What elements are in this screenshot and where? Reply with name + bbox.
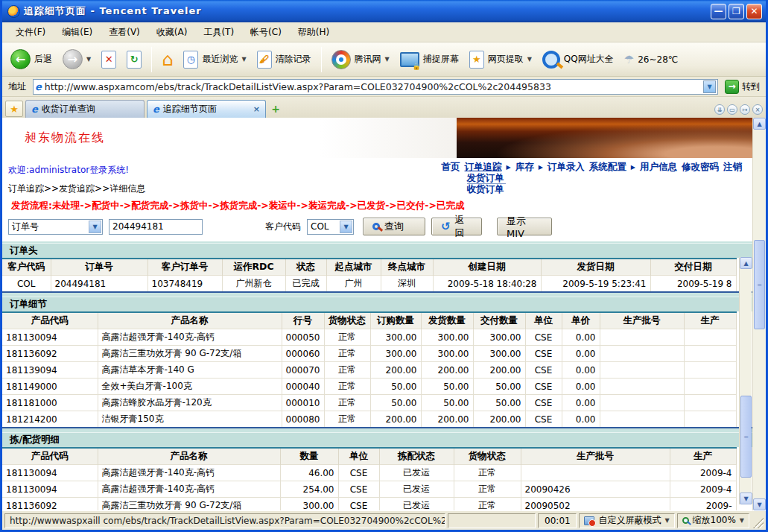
nav-inventory[interactable]: 库存	[515, 161, 534, 174]
customer-code-select[interactable]: COL ▼	[307, 219, 354, 235]
nav-change-password[interactable]: 修改密码	[682, 161, 719, 174]
menu-account[interactable]: 帐号(C)	[243, 24, 289, 41]
recent-dropdown-icon[interactable]: ▼	[241, 56, 246, 63]
data-grid: 产品代码产品名称数量单位拣配状态货物状态生产批号生产181130094高露洁超强…	[2, 447, 737, 510]
menu-help[interactable]: 帮助(H)	[291, 24, 337, 41]
qq-portal-button[interactable]: 腾讯网 ▼	[328, 48, 393, 71]
tab-close-icon[interactable]: ×	[253, 104, 260, 114]
query-button[interactable]: 查询	[363, 218, 425, 235]
tab-receive-order-query[interactable]: e 收货订单查询	[25, 100, 145, 118]
table-row: 181136092高露洁三重功效牙膏 90 G-72支/箱000060正常300…	[2, 346, 736, 362]
table-cell: 300.00	[370, 346, 421, 362]
nav-system-config[interactable]: 系统配置	[589, 161, 626, 174]
scroll-up-icon[interactable]: ▲	[740, 257, 752, 269]
scroll-up-icon[interactable]: ▲	[753, 118, 766, 130]
nav-logout[interactable]: 注销	[723, 161, 742, 174]
nav-home[interactable]: 首页	[442, 161, 460, 174]
table-cell: 高露洁超强牙膏-140克-高钙	[98, 465, 280, 481]
maximize-button[interactable]: ❐	[729, 4, 744, 19]
nav-submenu: 发货订单 收货订单	[467, 173, 506, 194]
clear-history-button[interactable]: 🖌 清除记录	[253, 49, 315, 70]
tab-track-detail[interactable]: e 追踪细节页面 ×	[147, 100, 266, 118]
menu-edit[interactable]: 编辑(E)	[54, 24, 100, 41]
nav-user-info[interactable]: 用户信息	[640, 161, 677, 174]
close-pane-button[interactable]: ×	[752, 104, 763, 115]
tabbar-controls: ⇊ ▭ ↦ ×	[714, 104, 763, 115]
column-header: 交付数量	[473, 312, 525, 329]
scroll-down-icon[interactable]: ▼	[740, 493, 752, 504]
customer-code-label: 客户代码	[265, 221, 301, 233]
select-dropdown-icon[interactable]: ▼	[89, 221, 101, 233]
go-button[interactable]: → 转到	[722, 80, 763, 94]
table-cell: CSE	[338, 465, 379, 481]
capture-screen-button[interactable]: 捕捉屏幕	[396, 51, 463, 69]
table-cell: 正常	[454, 465, 521, 481]
resize-grip[interactable]	[753, 518, 764, 528]
table-cell: 000010	[282, 395, 324, 411]
table-cell: 广州新仓	[222, 276, 285, 292]
scroll-thumb[interactable]: ≡	[754, 240, 765, 329]
table-cell: 正常	[324, 362, 370, 379]
select-dropdown-icon[interactable]: ▼	[340, 221, 352, 233]
table-cell: 2009-5-19 5:23:41	[541, 276, 650, 292]
scroll-thumb[interactable]: ≡	[740, 396, 752, 478]
order-number-input[interactable]	[109, 219, 203, 235]
back-button[interactable]: ← 后退	[7, 48, 56, 71]
nav-order-entry[interactable]: 订单录入	[548, 161, 585, 174]
restore-pane-button[interactable]: ▭	[727, 104, 737, 115]
web-extract-button[interactable]: ★ 网页提取 ▼	[466, 49, 536, 70]
favorites-button[interactable]: ★	[5, 101, 23, 117]
table-cell: 50.00	[473, 379, 525, 395]
table-row: COL204494181103748419广州新仓已完成广州深圳2009-5-1…	[2, 276, 736, 292]
scroll-track[interactable]: ≡	[753, 130, 766, 498]
stop-button[interactable]: ✕	[98, 49, 120, 70]
menu-file[interactable]: 文件(F)	[8, 24, 53, 41]
refresh-button[interactable]: ↻	[123, 49, 145, 70]
table-cell	[684, 395, 736, 411]
browser-scrollbar[interactable]: ▲ ≡ ▼	[752, 118, 766, 510]
scroll-down-icon[interactable]: ▼	[753, 498, 766, 510]
address-dropdown-icon[interactable]: ▼	[703, 80, 716, 93]
portal-dropdown-icon[interactable]: ▼	[385, 56, 390, 63]
table-cell	[600, 411, 684, 428]
page-scrollbar[interactable]: ▲ ≡ ▼	[739, 257, 752, 504]
table-cell: 300.00	[473, 329, 525, 346]
close-button[interactable]: ✕	[746, 4, 762, 19]
browser-content: 昶东物流在线 欢迎:administrator登录系统! 首页 订单追踪 ▶ 库…	[2, 118, 766, 510]
table-cell: 高露洁草本牙膏-140 G	[98, 362, 282, 379]
table-cell	[600, 395, 684, 411]
address-input[interactable]: e http://www.aspxamcom/ebs/track/TrackDe…	[33, 79, 718, 95]
extract-dropdown-icon[interactable]: ▼	[527, 56, 532, 63]
return-button[interactable]: ↺ 返回	[431, 218, 482, 235]
subnav-receive-order[interactable]: 收货订单	[467, 184, 506, 194]
block-mode-control[interactable]: 自定义屏蔽模式 ▼	[579, 513, 674, 528]
scroll-track[interactable]: ≡	[740, 269, 752, 493]
menu-tools[interactable]: 工具(T)	[196, 24, 241, 41]
table-cell: CSE	[525, 411, 562, 428]
minimize-button[interactable]: —	[711, 4, 726, 19]
tab-list-button[interactable]: ⇊	[714, 104, 725, 115]
qq-nav-button[interactable]: QQ网址大全	[539, 49, 618, 70]
pin-button[interactable]: ↦	[740, 104, 750, 115]
menu-view[interactable]: 查看(V)	[101, 24, 147, 41]
site-banner: 昶东物流在线	[2, 118, 752, 158]
table-cell: 0.00	[562, 379, 600, 395]
table-cell	[600, 362, 684, 379]
show-miv-button[interactable]: 显示 MIV	[497, 218, 552, 235]
recent-history-button[interactable]: ◷ 最近浏览 ▼	[180, 49, 250, 70]
table-cell: 300.00	[473, 346, 525, 362]
weather-widget[interactable]: ☂ 26~28℃	[621, 51, 682, 68]
menu-favorites[interactable]: 收藏(A)	[149, 24, 195, 41]
new-tab-button[interactable]: +	[268, 101, 283, 116]
tencent-logo-icon	[331, 50, 351, 69]
forward-dropdown-icon[interactable]: ▼	[86, 56, 91, 63]
subnav-ship-order[interactable]: 发货订单	[467, 173, 506, 184]
table-cell: CSE	[338, 498, 379, 511]
block-mode-dropdown-icon[interactable]: ▼	[664, 517, 669, 524]
zoom-dropdown-icon[interactable]: ▼	[740, 517, 744, 524]
order-field-select[interactable]: 订单号 ▼	[8, 219, 103, 235]
zoom-control[interactable]: 缩放100% ▼	[677, 513, 749, 528]
table-cell: 已发运	[379, 498, 454, 511]
home-button[interactable]: ⌂	[158, 48, 177, 72]
forward-button[interactable]: → ▼	[59, 48, 95, 71]
